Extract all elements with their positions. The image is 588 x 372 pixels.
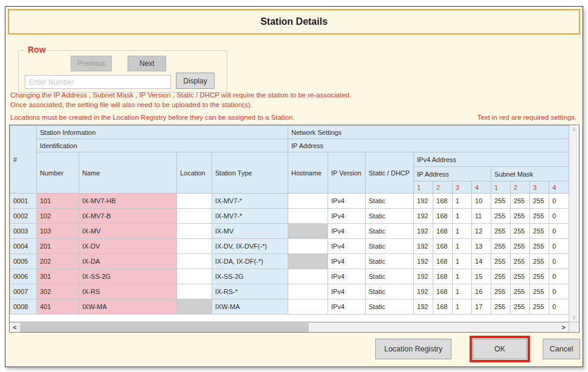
- name-cell[interactable]: IX-DA: [79, 254, 177, 269]
- ip-octet-1-cell[interactable]: 192: [414, 209, 433, 224]
- subnet-octet-3-cell[interactable]: 255: [530, 209, 549, 224]
- horizontal-scrollbar-thumb[interactable]: [20, 323, 309, 332]
- number-cell[interactable]: 103: [37, 224, 79, 239]
- display-button[interactable]: Display: [176, 73, 215, 89]
- hostname-cell[interactable]: [288, 209, 328, 224]
- hostname-cell[interactable]: [288, 194, 328, 209]
- static-dhcp-cell[interactable]: Static: [366, 239, 414, 254]
- subnet-octet-1-cell[interactable]: 255: [491, 254, 511, 269]
- subnet-octet-2-cell[interactable]: 255: [511, 224, 530, 239]
- subnet-octet-3-cell[interactable]: 255: [530, 224, 549, 239]
- subnet-octet-3-cell[interactable]: 255: [530, 269, 549, 284]
- name-cell[interactable]: IX-SS-2G: [79, 269, 177, 284]
- static-dhcp-cell[interactable]: Static: [366, 194, 414, 209]
- ip-octet-3-cell[interactable]: 1: [453, 254, 472, 269]
- name-cell[interactable]: IXW-MA: [79, 299, 177, 315]
- subnet-octet-1-cell[interactable]: 255: [491, 239, 511, 254]
- subnet-octet-2-cell[interactable]: 255: [511, 269, 530, 284]
- ip-octet-1-cell[interactable]: 192: [414, 299, 433, 315]
- subnet-octet-2-cell[interactable]: 255: [511, 239, 530, 254]
- ip-version-cell[interactable]: IPv4: [328, 194, 366, 209]
- subnet-octet-3-cell[interactable]: 255: [530, 284, 549, 299]
- ip-octet-2-cell[interactable]: 168: [433, 254, 453, 269]
- name-cell[interactable]: IX-MV: [79, 224, 177, 239]
- ip-octet-2-cell[interactable]: 168: [433, 269, 453, 284]
- static-dhcp-cell[interactable]: Static: [366, 269, 414, 284]
- ip-octet-1-cell[interactable]: 192: [414, 224, 433, 239]
- number-cell[interactable]: 301: [37, 269, 79, 284]
- subnet-octet-4-cell[interactable]: 0: [549, 224, 569, 239]
- ip-version-cell[interactable]: IPv4: [328, 239, 366, 254]
- row-number-input[interactable]: [25, 75, 171, 89]
- subnet-octet-4-cell[interactable]: 0: [549, 299, 569, 315]
- subnet-octet-1-cell[interactable]: 255: [491, 194, 511, 209]
- subnet-octet-4-cell[interactable]: 0: [549, 194, 569, 209]
- ip-octet-1-cell[interactable]: 192: [414, 194, 433, 209]
- subnet-octet-1-cell[interactable]: 255: [491, 209, 511, 224]
- next-button[interactable]: Next: [128, 56, 166, 71]
- hostname-cell[interactable]: [288, 239, 328, 254]
- ip-version-cell[interactable]: IPv4: [328, 224, 366, 239]
- static-dhcp-cell[interactable]: Static: [366, 254, 414, 269]
- static-dhcp-cell[interactable]: Static: [366, 299, 414, 315]
- subnet-octet-4-cell[interactable]: 0: [549, 284, 569, 299]
- number-cell[interactable]: 401: [37, 299, 79, 315]
- subnet-octet-1-cell[interactable]: 255: [491, 299, 511, 315]
- name-cell[interactable]: IX-MV7-HB: [79, 194, 177, 209]
- ip-octet-2-cell[interactable]: 168: [433, 239, 453, 254]
- subnet-octet-1-cell[interactable]: 255: [491, 224, 511, 239]
- subnet-octet-4-cell[interactable]: 0: [549, 254, 569, 269]
- name-cell[interactable]: IX-RS: [79, 284, 177, 299]
- name-cell[interactable]: IX-MV7-B: [79, 209, 177, 224]
- subnet-octet-2-cell[interactable]: 255: [511, 194, 530, 209]
- ip-octet-1-cell[interactable]: 192: [414, 254, 433, 269]
- previous-button[interactable]: Previous: [71, 56, 112, 71]
- scroll-down-icon[interactable]: ∨: [572, 313, 576, 322]
- ip-version-cell[interactable]: IPv4: [328, 254, 366, 269]
- ip-octet-2-cell[interactable]: 168: [433, 194, 453, 209]
- subnet-octet-2-cell[interactable]: 255: [511, 299, 530, 315]
- ip-octet-1-cell[interactable]: 192: [414, 269, 433, 284]
- ip-octet-4-cell[interactable]: 15: [472, 269, 491, 284]
- subnet-octet-4-cell[interactable]: 0: [549, 239, 569, 254]
- location-cell[interactable]: [177, 269, 212, 284]
- scroll-right-icon[interactable]: >: [558, 324, 569, 331]
- subnet-octet-1-cell[interactable]: 255: [491, 284, 511, 299]
- location-cell[interactable]: [177, 299, 212, 315]
- ip-octet-4-cell[interactable]: 12: [472, 224, 491, 239]
- ip-octet-1-cell[interactable]: 192: [414, 284, 433, 299]
- static-dhcp-cell[interactable]: Static: [366, 284, 414, 299]
- ip-octet-2-cell[interactable]: 168: [433, 209, 453, 224]
- ip-octet-3-cell[interactable]: 1: [453, 224, 472, 239]
- ip-octet-4-cell[interactable]: 16: [472, 284, 491, 299]
- ok-button[interactable]: OK: [473, 339, 527, 359]
- number-cell[interactable]: 202: [37, 254, 79, 269]
- ip-octet-2-cell[interactable]: 168: [433, 224, 453, 239]
- ip-octet-2-cell[interactable]: 168: [433, 299, 453, 315]
- subnet-octet-3-cell[interactable]: 255: [530, 299, 549, 315]
- location-cell[interactable]: [177, 209, 212, 224]
- number-cell[interactable]: 302: [37, 284, 79, 299]
- horizontal-scrollbar[interactable]: < >: [10, 322, 569, 332]
- ip-octet-3-cell[interactable]: 1: [453, 299, 472, 315]
- ip-octet-3-cell[interactable]: 1: [453, 209, 472, 224]
- ip-octet-1-cell[interactable]: 192: [414, 239, 433, 254]
- subnet-octet-2-cell[interactable]: 255: [511, 209, 530, 224]
- subnet-octet-3-cell[interactable]: 255: [530, 254, 549, 269]
- subnet-octet-4-cell[interactable]: 0: [549, 269, 569, 284]
- name-cell[interactable]: IX-DV: [79, 239, 177, 254]
- location-cell[interactable]: [177, 194, 212, 209]
- subnet-octet-2-cell[interactable]: 255: [511, 254, 530, 269]
- ip-version-cell[interactable]: IPv4: [328, 299, 366, 315]
- ip-octet-4-cell[interactable]: 17: [472, 299, 491, 315]
- hostname-cell[interactable]: [288, 224, 328, 239]
- ip-version-cell[interactable]: IPv4: [328, 284, 366, 299]
- vertical-scrollbar[interactable]: ∧ ∨: [569, 125, 579, 322]
- location-cell[interactable]: [177, 239, 212, 254]
- subnet-octet-4-cell[interactable]: 0: [549, 209, 569, 224]
- ip-version-cell[interactable]: IPv4: [328, 209, 366, 224]
- ip-octet-4-cell[interactable]: 10: [472, 194, 491, 209]
- ip-octet-3-cell[interactable]: 1: [453, 284, 472, 299]
- subnet-octet-1-cell[interactable]: 255: [491, 269, 511, 284]
- scroll-up-icon[interactable]: ∧: [572, 125, 576, 134]
